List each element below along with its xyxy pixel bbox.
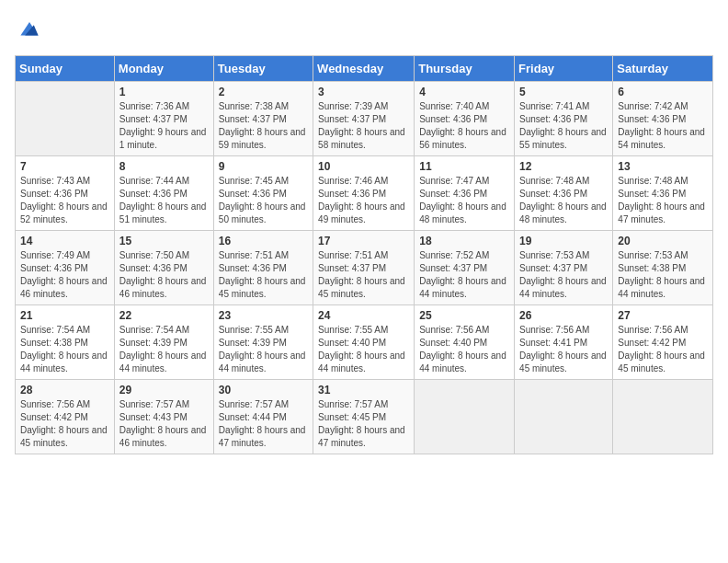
day-number: 2	[219, 86, 308, 98]
day-number: 10	[318, 160, 409, 173]
weekday-header-thursday: Thursday	[415, 56, 515, 82]
day-number: 5	[519, 86, 608, 98]
weekday-header-monday: Monday	[114, 56, 213, 82]
day-number: 9	[219, 160, 308, 173]
day-detail: Sunrise: 7:48 AMSunset: 4:36 PMDaylight:…	[618, 175, 708, 226]
calendar-cell: 11 Sunrise: 7:47 AMSunset: 4:36 PMDaylig…	[415, 156, 515, 231]
calendar-cell	[515, 380, 613, 454]
calendar-cell: 9 Sunrise: 7:45 AMSunset: 4:36 PMDayligh…	[213, 156, 313, 231]
day-number: 24	[318, 309, 409, 322]
day-number: 8	[119, 160, 209, 173]
day-detail: Sunrise: 7:40 AMSunset: 4:36 PMDaylight:…	[419, 100, 509, 152]
calendar-cell: 17 Sunrise: 7:51 AMSunset: 4:37 PMDaylig…	[313, 231, 415, 305]
calendar-cell: 25 Sunrise: 7:56 AMSunset: 4:40 PMDaylig…	[415, 305, 515, 380]
day-detail: Sunrise: 7:36 AMSunset: 4:37 PMDaylight:…	[119, 100, 209, 152]
weekday-header-sunday: Sunday	[16, 56, 115, 82]
calendar-cell: 5 Sunrise: 7:41 AMSunset: 4:36 PMDayligh…	[515, 82, 613, 156]
day-number: 19	[519, 235, 608, 247]
weekday-header-row: SundayMondayTuesdayWednesdayThursdayFrid…	[16, 56, 713, 82]
weekday-header-tuesday: Tuesday	[213, 56, 313, 82]
day-detail: Sunrise: 7:54 AMSunset: 4:39 PMDaylight:…	[119, 324, 209, 375]
day-detail: Sunrise: 7:57 AMSunset: 4:45 PMDaylight:…	[318, 398, 409, 450]
day-detail: Sunrise: 7:43 AMSunset: 4:36 PMDaylight:…	[20, 175, 109, 226]
calendar-cell	[415, 380, 515, 454]
day-detail: Sunrise: 7:39 AMSunset: 4:37 PMDaylight:…	[318, 100, 409, 152]
calendar-cell: 19 Sunrise: 7:53 AMSunset: 4:37 PMDaylig…	[515, 231, 613, 305]
calendar-cell: 24 Sunrise: 7:55 AMSunset: 4:40 PMDaylig…	[313, 305, 415, 380]
day-detail: Sunrise: 7:49 AMSunset: 4:36 PMDaylight:…	[20, 249, 109, 301]
day-detail: Sunrise: 7:54 AMSunset: 4:38 PMDaylight:…	[20, 324, 109, 375]
calendar-cell: 3 Sunrise: 7:39 AMSunset: 4:37 PMDayligh…	[313, 82, 415, 156]
calendar-cell: 28 Sunrise: 7:56 AMSunset: 4:42 PMDaylig…	[16, 380, 115, 454]
day-detail: Sunrise: 7:52 AMSunset: 4:37 PMDaylight:…	[419, 249, 509, 301]
day-detail: Sunrise: 7:38 AMSunset: 4:37 PMDaylight:…	[219, 100, 308, 152]
day-detail: Sunrise: 7:57 AMSunset: 4:43 PMDaylight:…	[119, 398, 209, 450]
calendar-cell	[16, 82, 115, 156]
day-detail: Sunrise: 7:55 AMSunset: 4:39 PMDaylight:…	[219, 324, 308, 375]
calendar-cell: 13 Sunrise: 7:48 AMSunset: 4:36 PMDaylig…	[613, 156, 713, 231]
calendar-cell: 23 Sunrise: 7:55 AMSunset: 4:39 PMDaylig…	[213, 305, 313, 380]
day-number: 11	[419, 160, 509, 173]
calendar-cell: 21 Sunrise: 7:54 AMSunset: 4:38 PMDaylig…	[16, 305, 115, 380]
day-number: 28	[20, 384, 109, 396]
calendar-week-row: 28 Sunrise: 7:56 AMSunset: 4:42 PMDaylig…	[16, 380, 713, 454]
calendar-cell: 26 Sunrise: 7:56 AMSunset: 4:41 PMDaylig…	[515, 305, 613, 380]
calendar-cell: 29 Sunrise: 7:57 AMSunset: 4:43 PMDaylig…	[114, 380, 213, 454]
day-detail: Sunrise: 7:48 AMSunset: 4:36 PMDaylight:…	[519, 175, 608, 226]
day-number: 30	[219, 384, 308, 396]
day-number: 7	[20, 160, 109, 173]
day-number: 16	[219, 235, 308, 247]
calendar-week-row: 21 Sunrise: 7:54 AMSunset: 4:38 PMDaylig…	[16, 305, 713, 380]
day-detail: Sunrise: 7:47 AMSunset: 4:36 PMDaylight:…	[419, 175, 509, 226]
calendar-cell: 1 Sunrise: 7:36 AMSunset: 4:37 PMDayligh…	[114, 82, 213, 156]
day-number: 26	[519, 309, 608, 322]
day-detail: Sunrise: 7:44 AMSunset: 4:36 PMDaylight:…	[119, 175, 209, 226]
day-number: 6	[618, 86, 708, 98]
calendar-week-row: 7 Sunrise: 7:43 AMSunset: 4:36 PMDayligh…	[16, 156, 713, 231]
calendar-cell: 4 Sunrise: 7:40 AMSunset: 4:36 PMDayligh…	[415, 82, 515, 156]
day-detail: Sunrise: 7:42 AMSunset: 4:36 PMDaylight:…	[618, 100, 708, 152]
calendar-cell: 6 Sunrise: 7:42 AMSunset: 4:36 PMDayligh…	[613, 82, 713, 156]
day-detail: Sunrise: 7:46 AMSunset: 4:36 PMDaylight:…	[318, 175, 409, 226]
day-number: 1	[119, 86, 209, 98]
day-number: 22	[119, 309, 209, 322]
day-detail: Sunrise: 7:56 AMSunset: 4:42 PMDaylight:…	[20, 398, 109, 450]
day-number: 12	[519, 160, 608, 173]
day-detail: Sunrise: 7:50 AMSunset: 4:36 PMDaylight:…	[119, 249, 209, 301]
day-number: 17	[318, 235, 409, 247]
calendar-table: SundayMondayTuesdayWednesdayThursdayFrid…	[15, 55, 713, 454]
weekday-header-saturday: Saturday	[613, 56, 713, 82]
weekday-header-wednesday: Wednesday	[313, 56, 415, 82]
logo	[15, 15, 48, 44]
day-number: 13	[618, 160, 708, 173]
day-number: 23	[219, 309, 308, 322]
calendar-cell: 10 Sunrise: 7:46 AMSunset: 4:36 PMDaylig…	[313, 156, 415, 231]
day-detail: Sunrise: 7:57 AMSunset: 4:44 PMDaylight:…	[219, 398, 308, 450]
day-detail: Sunrise: 7:56 AMSunset: 4:40 PMDaylight:…	[419, 324, 509, 375]
calendar-week-row: 14 Sunrise: 7:49 AMSunset: 4:36 PMDaylig…	[16, 231, 713, 305]
calendar-cell	[613, 380, 713, 454]
logo-icon	[15, 15, 44, 44]
calendar-cell: 30 Sunrise: 7:57 AMSunset: 4:44 PMDaylig…	[213, 380, 313, 454]
day-number: 15	[119, 235, 209, 247]
day-number: 25	[419, 309, 509, 322]
day-number: 3	[318, 86, 409, 98]
day-detail: Sunrise: 7:53 AMSunset: 4:38 PMDaylight:…	[618, 249, 708, 301]
page-header	[15, 15, 713, 44]
calendar-cell: 8 Sunrise: 7:44 AMSunset: 4:36 PMDayligh…	[114, 156, 213, 231]
day-detail: Sunrise: 7:51 AMSunset: 4:37 PMDaylight:…	[318, 249, 409, 301]
calendar-cell: 2 Sunrise: 7:38 AMSunset: 4:37 PMDayligh…	[213, 82, 313, 156]
calendar-cell: 20 Sunrise: 7:53 AMSunset: 4:38 PMDaylig…	[613, 231, 713, 305]
calendar-cell: 18 Sunrise: 7:52 AMSunset: 4:37 PMDaylig…	[415, 231, 515, 305]
calendar-cell: 22 Sunrise: 7:54 AMSunset: 4:39 PMDaylig…	[114, 305, 213, 380]
day-number: 14	[20, 235, 109, 247]
day-number: 27	[618, 309, 708, 322]
day-detail: Sunrise: 7:53 AMSunset: 4:37 PMDaylight:…	[519, 249, 608, 301]
calendar-cell: 12 Sunrise: 7:48 AMSunset: 4:36 PMDaylig…	[515, 156, 613, 231]
day-detail: Sunrise: 7:51 AMSunset: 4:36 PMDaylight:…	[219, 249, 308, 301]
day-detail: Sunrise: 7:55 AMSunset: 4:40 PMDaylight:…	[318, 324, 409, 375]
calendar-cell: 27 Sunrise: 7:56 AMSunset: 4:42 PMDaylig…	[613, 305, 713, 380]
day-number: 31	[318, 384, 409, 396]
calendar-cell: 16 Sunrise: 7:51 AMSunset: 4:36 PMDaylig…	[213, 231, 313, 305]
weekday-header-friday: Friday	[515, 56, 613, 82]
